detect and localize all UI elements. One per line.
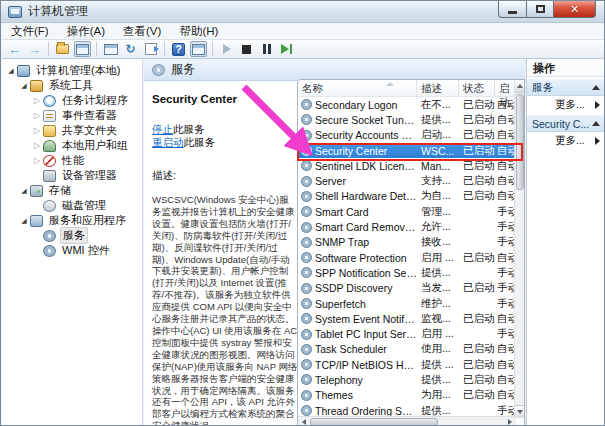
scroll-right-button[interactable] (504, 417, 516, 426)
scroll-down-button[interactable] (515, 405, 525, 418)
more-actions-security-center[interactable]: 更多... (527, 132, 605, 149)
sidebar-item[interactable]: 事件查看器 (2, 108, 142, 123)
pause-service-button[interactable] (258, 41, 275, 57)
sidebar-item[interactable]: 设备管理器 (2, 168, 142, 183)
back-button[interactable]: ← (6, 41, 23, 57)
service-startup-cell: 手动 (495, 281, 516, 295)
service-description-cell: 管理... (417, 205, 459, 219)
scroll-up-button[interactable] (515, 80, 525, 93)
actions-section-services[interactable]: 服务 (527, 79, 605, 96)
service-row[interactable]: Sentinel LDK License Ma...Man...已启动自动 (298, 158, 516, 173)
tree-expander-icon[interactable] (31, 157, 43, 165)
sidebar-item[interactable]: 存储 (2, 183, 142, 198)
service-row[interactable]: Tablet PC Input Service启用 ...手动 (298, 326, 516, 341)
service-status-cell: 已启动 (459, 251, 495, 265)
service-startup-cell: 自动 (495, 388, 516, 402)
tree-expander-icon[interactable] (31, 142, 43, 150)
horizontal-scrollbar-thumb[interactable] (310, 418, 438, 426)
sidebar-item[interactable]: 计算机管理(本地) (2, 63, 142, 78)
close-button[interactable]: ✕ (554, 1, 596, 18)
service-startup-cell: 自动 (495, 358, 516, 372)
service-startup-cell: 自动 (495, 174, 516, 188)
menu-item[interactable]: 文件(F) (2, 23, 58, 40)
service-row[interactable]: Smart Card管理...手动 (298, 204, 516, 219)
refresh-button[interactable]: ↻ (122, 41, 139, 57)
tree-expander-icon[interactable] (18, 82, 30, 90)
menu-item[interactable]: 操作(A) (58, 23, 114, 40)
sidebar-item[interactable]: 本地用户和组 (2, 138, 142, 153)
column-header-startup[interactable]: 启动 (495, 80, 516, 96)
export-list-button[interactable] (142, 41, 159, 57)
stop-service-link[interactable]: 停止 (152, 123, 173, 135)
sidebar-item[interactable]: 服务和应用程序 (2, 213, 142, 228)
service-row[interactable]: Superfetch维护...手动 (298, 296, 516, 311)
column-header-name[interactable]: 名称 (298, 80, 417, 96)
tree-expander-icon[interactable] (31, 112, 43, 120)
service-description-cell: 提供 ... (417, 358, 459, 372)
console-window-button[interactable] (74, 41, 91, 57)
show-hide-action-pane-button[interactable] (190, 41, 207, 57)
tree-expander-icon[interactable] (18, 217, 30, 225)
sidebar-item[interactable]: 任务计划程序 (2, 93, 142, 108)
sidebar-item-label: 服务和应用程序 (47, 213, 128, 228)
vertical-scrollbar[interactable] (514, 80, 524, 418)
service-row[interactable]: Secondary Logon在不...已启动自动 (298, 97, 516, 112)
stop-service-line: 停止此服务 (152, 123, 297, 136)
collapse-section-icon[interactable] (592, 121, 600, 126)
service-row[interactable]: Secure Socket Tunnelin...提供...已启动自动 (298, 112, 516, 127)
tree-expander-icon[interactable] (5, 67, 17, 75)
tree-expander-icon[interactable] (31, 97, 43, 105)
help-button[interactable]: ? (170, 41, 187, 57)
start-service-button[interactable] (218, 41, 235, 57)
sort-ascending-icon (386, 82, 394, 86)
sidebar-item[interactable]: 系统工具 (2, 78, 142, 93)
restart-service-link[interactable]: 重启动 (152, 136, 184, 148)
scroll-left-button[interactable] (298, 417, 310, 426)
tree-expander-icon[interactable] (31, 127, 43, 135)
stop-service-button[interactable] (238, 41, 255, 57)
properties-button[interactable] (102, 41, 119, 57)
service-status-cell: 已启动 (459, 159, 495, 173)
vertical-scrollbar-thumb[interactable] (516, 94, 524, 190)
more-actions-services[interactable]: 更多... (527, 96, 605, 113)
column-header-status[interactable]: 状态 (459, 80, 495, 96)
service-row[interactable]: Themes为用...已启动自动 (298, 388, 516, 403)
performance-icon (43, 155, 56, 167)
service-row[interactable]: Task Scheduler使用...已启动自动 (298, 342, 516, 357)
services-list-panel: 名称 描述 状态 启动 Secondary Logon在不...已启动自动Sec… (297, 79, 525, 426)
minimize-button[interactable] (498, 1, 527, 18)
service-row[interactable]: SNMP Trap接收...手动 (298, 235, 516, 250)
service-row[interactable]: Telephony提供...已启动自动 (298, 372, 516, 387)
computer-management-window: 计算机管理 ✕ 文件(F)操作(A)查看(V)帮助(H) ← → ↻ ? 计算机… (0, 0, 605, 426)
horizontal-scrollbar[interactable] (298, 416, 516, 426)
show-console-tree-button[interactable] (54, 41, 71, 57)
service-row[interactable]: TCP/IP NetBIOS Helper提供 ...已启动自动 (298, 357, 516, 372)
sidebar-item[interactable]: WMI 控件 (2, 243, 142, 258)
sidebar-item[interactable]: 性能 (2, 153, 142, 168)
sidebar-item[interactable]: 共享文件夹 (2, 123, 142, 138)
service-row[interactable]: Server支持...已启动自动 (298, 173, 516, 188)
service-row[interactable]: Security CenterWSC...已启动自动 (298, 143, 516, 158)
forward-button[interactable]: → (26, 41, 43, 57)
forward-arrow-icon: → (28, 43, 41, 56)
menu-item[interactable]: 帮助(H) (170, 23, 227, 40)
column-header-description[interactable]: 描述 (417, 80, 459, 96)
service-row[interactable]: Shell Hardware Detection为自...已启动自动 (298, 189, 516, 204)
service-description-cell: 提供... (417, 373, 459, 387)
actions-section-security-center[interactable]: Security C... (527, 115, 605, 132)
service-row[interactable]: SPP Notification Service提供...手动 (298, 265, 516, 280)
service-row[interactable]: SSDP Discovery当发...已启动手动 (298, 281, 516, 296)
service-row[interactable]: Software Protection启用 ...已启动自动 (298, 250, 516, 265)
service-row[interactable]: Smart Card Removal Po...允许...手动 (298, 219, 516, 234)
sidebar-item[interactable]: 服务 (2, 228, 142, 243)
menu-item[interactable]: 查看(V) (114, 23, 170, 40)
collapse-section-icon[interactable] (592, 85, 600, 90)
restart-service-button[interactable] (278, 41, 295, 57)
tree-expander-icon[interactable] (18, 187, 30, 195)
service-row[interactable]: System Event Notificatio...监视...已启动自动 (298, 311, 516, 326)
service-row[interactable]: Security Accounts Mana...启动...已启动自动 (298, 128, 516, 143)
scroll-right-icon (508, 419, 512, 425)
maximize-button[interactable] (527, 1, 554, 18)
sidebar-item[interactable]: 磁盘管理 (2, 198, 142, 213)
service-gear-icon (301, 99, 312, 110)
